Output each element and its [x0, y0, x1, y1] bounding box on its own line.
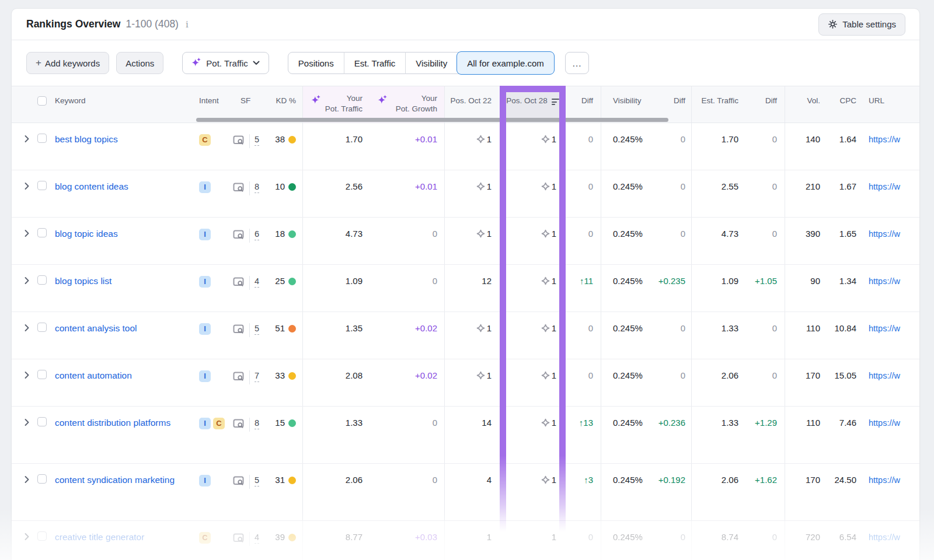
est-traffic-value: 2.06	[722, 475, 738, 485]
col-header-kd[interactable]: KD %	[268, 86, 302, 123]
expand-chevron-icon[interactable]	[25, 135, 29, 142]
row-checkbox[interactable]	[37, 370, 47, 379]
expand-chevron-icon[interactable]	[25, 324, 29, 331]
row-checkbox[interactable]	[37, 134, 47, 143]
serp-feature-diamond-icon	[541, 182, 550, 191]
cpc-value: 10.84	[834, 323, 856, 333]
tab-visibility[interactable]: Visibility	[405, 52, 457, 74]
tab-est-traffic[interactable]: Est. Traffic	[344, 52, 406, 74]
url-link[interactable]: https://w	[869, 324, 900, 333]
kd-difficulty-dot	[288, 230, 296, 238]
horizontal-scrollbar-thumb[interactable]	[196, 118, 668, 122]
keyword-link[interactable]: blog topic ideas	[55, 229, 118, 239]
row-checkbox[interactable]	[37, 228, 47, 237]
expand-chevron-icon[interactable]	[25, 230, 29, 237]
sf-count[interactable]: 6	[255, 229, 259, 240]
visibility-diff-value: +0.236	[658, 418, 685, 428]
sf-count[interactable]: 5	[255, 135, 259, 146]
est-traffic-value: 2.55	[722, 181, 738, 191]
table-row: blog content ideas I 8 10 2.56 +0.01 1 1…	[12, 170, 919, 218]
visibility-value: 0.245%	[613, 134, 643, 144]
col-header-cpc[interactable]: CPC	[824, 86, 860, 123]
pot-traffic-value: 2.56	[346, 181, 363, 191]
row-checkbox[interactable]	[37, 181, 47, 190]
expand-chevron-icon[interactable]	[25, 183, 29, 190]
expand-chevron-icon[interactable]	[25, 372, 29, 379]
rankings-table: Keyword Intent SF KD % YourPot. Traffic …	[12, 86, 919, 560]
metric-dropdown[interactable]: Pot. Traffic	[182, 52, 269, 74]
expand-chevron-icon[interactable]	[25, 476, 29, 483]
kd-difficulty-dot	[288, 183, 296, 191]
keyword-link[interactable]: content analysis tool	[55, 323, 137, 333]
sf-count[interactable]: 4	[255, 533, 259, 544]
keyword-link[interactable]: creative title generator	[55, 532, 144, 542]
serp-feature-diamond-icon	[541, 475, 550, 484]
col-header-pot-growth[interactable]: YourPot. Growth	[370, 86, 444, 123]
col-header-pos-oct-28[interactable]: Pos. Oct 28	[500, 86, 566, 123]
serp-features-cell: 4	[228, 521, 268, 560]
url-link[interactable]: https://w	[869, 229, 900, 239]
info-icon[interactable]: i	[186, 19, 189, 30]
pos-oct-22-value: 14	[482, 417, 492, 463]
url-link[interactable]: https://w	[869, 418, 900, 428]
col-header-sf[interactable]: SF	[228, 86, 268, 123]
sf-count[interactable]: 8	[255, 182, 259, 193]
url-link[interactable]: https://w	[869, 533, 900, 542]
keyword-link[interactable]: blog content ideas	[55, 181, 128, 191]
intent-badge-c: C	[199, 532, 211, 544]
sf-count[interactable]: 7	[255, 371, 259, 382]
sf-count[interactable]: 8	[255, 418, 259, 429]
col-header-pot-traffic[interactable]: YourPot. Traffic	[302, 86, 370, 123]
table-settings-button[interactable]: Table settings	[818, 13, 905, 36]
serp-feature-diamond-icon	[476, 135, 485, 144]
row-checkbox[interactable]	[37, 323, 47, 332]
row-checkbox[interactable]	[37, 275, 47, 285]
more-tabs-button[interactable]: ...	[565, 52, 590, 74]
keyword-link[interactable]: content automation	[55, 370, 132, 380]
url-link[interactable]: https://w	[869, 135, 900, 144]
keyword-link[interactable]: content distribution platforms	[55, 418, 170, 428]
col-header-intent[interactable]: Intent	[193, 86, 228, 123]
est-traffic-diff-value: +1.29	[755, 418, 777, 428]
col-header-visibility[interactable]: Visibility	[601, 86, 650, 123]
pos-oct-28-cell: 1	[500, 312, 566, 359]
url-link[interactable]: https://w	[869, 371, 900, 380]
expand-chevron-icon[interactable]	[25, 277, 29, 284]
col-header-keyword[interactable]: Keyword	[55, 86, 193, 123]
keyword-link[interactable]: best blog topics	[55, 134, 118, 144]
pos-oct-28-cell: 1	[500, 218, 566, 264]
sf-count[interactable]: 4	[255, 276, 259, 288]
col-header-est-traffic[interactable]: Est. Traffic	[691, 86, 743, 123]
col-header-diff-2[interactable]: Diff	[650, 86, 691, 123]
expand-chevron-icon[interactable]	[25, 419, 29, 426]
url-link[interactable]: https://w	[869, 276, 900, 286]
row-checkbox[interactable]	[37, 531, 47, 541]
col-header-diff-3[interactable]: Diff	[743, 86, 785, 123]
intent-cell: I	[193, 265, 228, 312]
row-checkbox[interactable]	[37, 417, 47, 426]
row-checkbox[interactable]	[37, 474, 47, 484]
pos-oct-28-value: 1	[552, 531, 556, 560]
pot-traffic-value: 1.35	[346, 323, 363, 333]
tab-positions[interactable]: Positions	[288, 52, 344, 74]
col-header-diff-1[interactable]: Diff	[566, 86, 601, 123]
col-header-volume[interactable]: Vol.	[785, 86, 824, 123]
select-all-checkbox[interactable]	[37, 96, 47, 106]
sf-count[interactable]: 5	[255, 324, 259, 335]
serp-feature-diamond-icon	[541, 135, 550, 144]
divider	[249, 181, 250, 195]
col-header-pos-oct-22[interactable]: Pos. Oct 22	[444, 86, 500, 123]
url-link[interactable]: https://w	[869, 475, 900, 485]
tab-all-for-example-com[interactable]: All for example.com	[456, 51, 555, 75]
actions-button[interactable]: Actions	[116, 52, 163, 74]
est-traffic-diff-value: +1.62	[755, 475, 777, 485]
cpc-value: 1.67	[839, 181, 856, 191]
expand-chevron-icon[interactable]	[25, 533, 29, 540]
add-keywords-button[interactable]: + Add keywords	[26, 52, 109, 74]
keyword-link[interactable]: blog topics list	[55, 276, 111, 286]
sf-count[interactable]: 5	[255, 475, 259, 487]
keyword-link[interactable]: content syndication marketing	[55, 475, 175, 485]
col-header-url[interactable]: URL	[860, 86, 920, 123]
kd-difficulty-dot	[288, 477, 296, 484]
url-link[interactable]: https://w	[869, 182, 900, 191]
